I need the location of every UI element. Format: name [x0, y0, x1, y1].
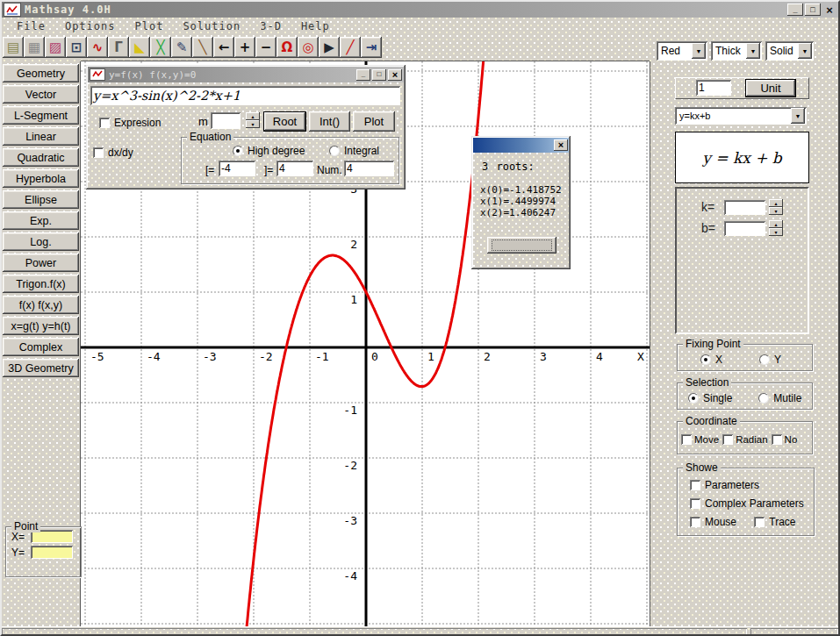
zoom-in-icon[interactable]: + — [234, 37, 255, 58]
spin-up-button[interactable]: ▴ — [246, 112, 260, 120]
integral-radio[interactable] — [329, 146, 340, 156]
upper-bound-input[interactable]: 4 — [276, 161, 313, 176]
function-input[interactable]: y=x^3-sin(x)^2-2*x+1 — [90, 86, 400, 105]
sidebar-item-l-segment[interactable]: L-Segment — [3, 106, 79, 125]
num-input[interactable]: 4 — [344, 161, 394, 176]
maximize-button[interactable]: □ — [372, 69, 386, 81]
high-degree-radio[interactable] — [233, 146, 243, 156]
model-select[interactable]: y=kx+b ▼ — [675, 107, 807, 125]
fixing-point-radio-y[interactable] — [759, 354, 770, 365]
sidebar-item-exp[interactable]: Exp. — [3, 211, 79, 230]
play-icon[interactable]: ▶ — [319, 37, 340, 58]
point-y-input[interactable] — [31, 546, 73, 559]
spin-down-button[interactable]: ▾ — [769, 207, 783, 215]
m-input[interactable] — [211, 112, 241, 129]
sidebar-item-quadratic[interactable]: Quadratic — [3, 148, 79, 167]
spin-down-button[interactable]: ▾ — [769, 228, 783, 236]
sidebar-item-linear[interactable]: Linear — [3, 127, 79, 146]
line-color-select[interactable]: Red ▼ — [657, 41, 707, 61]
back-arrow-icon[interactable]: ← — [213, 37, 234, 58]
dropper-icon[interactable]: ╲ — [192, 37, 213, 58]
minimize-button[interactable]: _ — [356, 69, 370, 81]
dxdy-checkbox[interactable] — [93, 147, 104, 158]
equation-dialog[interactable]: y=f(x) f(x,y)=0 _ □ × y=x^3-sin(x)^2-2*x… — [86, 65, 406, 189]
zoom-out-icon[interactable]: − — [255, 37, 276, 58]
sidebar-item-x-g-t-y-h-t[interactable]: x=g(t) y=h(t) — [3, 317, 79, 335]
sidebar-item-geometry[interactable]: Geometry — [3, 64, 79, 82]
spin-up-button[interactable]: ▴ — [769, 199, 783, 207]
sidebar-item-f-x-f-x-y[interactable]: f(x) f(x,y) — [3, 296, 79, 314]
chevron-down-icon[interactable]: ▼ — [692, 43, 706, 59]
roots-dialog[interactable]: × 3 roots: x(0)=-1.418752x(1)=.4499974x(… — [471, 136, 571, 269]
titlebar[interactable]: Mathsay 4.0H _ □ × — [2, 2, 838, 18]
showe-checkbox-mouse[interactable] — [690, 517, 700, 527]
chevron-down-icon[interactable]: ▼ — [746, 43, 760, 59]
selection-radio-single[interactable] — [688, 393, 699, 404]
set-square-icon[interactable]: ◣ — [129, 37, 150, 58]
close-button[interactable]: × — [554, 139, 568, 151]
showe-checkbox-trace[interactable] — [754, 517, 765, 527]
plot-button[interactable]: Plot — [353, 111, 395, 132]
root-button[interactable]: Root — [263, 111, 306, 132]
param-k-input[interactable] — [724, 200, 765, 215]
print-icon[interactable]: ▤ — [3, 37, 24, 58]
graph-icon[interactable]: ∿ — [87, 37, 108, 58]
expression-checkbox[interactable] — [99, 118, 110, 128]
save-grid-icon[interactable]: ▦ — [24, 37, 45, 58]
minimize-button[interactable]: _ — [787, 4, 803, 16]
pencil-icon[interactable]: ✎ — [171, 37, 192, 58]
close-button[interactable]: × — [822, 4, 836, 16]
roots-dialog-titlebar[interactable]: × — [473, 138, 569, 153]
coordinate-checkbox-no[interactable] — [772, 434, 782, 445]
menu-options[interactable]: Options — [55, 20, 126, 32]
sidebar-item-power[interactable]: Power — [3, 254, 79, 272]
menu-help[interactable]: Help — [291, 20, 340, 32]
lower-bound-input[interactable]: -4 — [219, 161, 255, 176]
integrate-button[interactable]: Int() — [309, 111, 350, 132]
line-style-select[interactable]: Solid ▼ — [765, 41, 814, 61]
spin-down-button[interactable]: ▾ — [246, 120, 260, 128]
chevron-down-icon[interactable]: ▼ — [791, 108, 805, 124]
showe-checkbox-complex-parameters[interactable] — [690, 498, 700, 509]
scatter-star-icon[interactable]: ╳ — [150, 37, 171, 58]
axes-corner-icon[interactable]: Γ — [108, 37, 129, 58]
spin-up-button[interactable]: ▴ — [769, 220, 783, 228]
menu-file[interactable]: File — [7, 20, 55, 32]
exit-icon[interactable]: ⇥ — [361, 37, 382, 58]
maximize-button[interactable]: □ — [805, 4, 821, 16]
menu-solution[interactable]: Solution — [173, 20, 250, 32]
x-tick-label: 0 — [371, 350, 378, 363]
x-tick-label: 2 — [484, 350, 491, 363]
selection-radio-mutile[interactable] — [758, 393, 769, 404]
sidebar-item-3d-geometry[interactable]: 3D Geometry — [3, 359, 79, 377]
unit-button[interactable]: Unit — [745, 79, 796, 97]
sidebar-item-vector[interactable]: Vector — [3, 85, 79, 104]
sidebar-item-hyperbola[interactable]: Hyperbola — [3, 169, 79, 188]
fixing-point-radio-x[interactable] — [700, 354, 711, 365]
sidebar-item-log[interactable]: Log. — [3, 232, 79, 251]
sidebar-item-complex[interactable]: Complex — [3, 338, 79, 356]
sidebar-item-trigon-f-x[interactable]: Trigon.f(x) — [3, 275, 79, 293]
lower-bound-label: [= — [205, 164, 214, 176]
param-b-input[interactable] — [724, 221, 765, 236]
showe-option-complex-parameters: Complex Parameters — [690, 497, 814, 510]
close-button[interactable]: × — [388, 69, 402, 81]
showe-checkbox-parameters[interactable] — [690, 480, 700, 490]
equation-dialog-title: y=f(x) f(x,y)=0 — [109, 69, 196, 81]
menu-plot[interactable]: Plot — [125, 20, 173, 32]
coordinate-checkbox-radian[interactable] — [722, 434, 733, 445]
ok-button[interactable] — [487, 237, 556, 254]
target-icon[interactable]: ◎ — [298, 37, 319, 58]
equation-dialog-titlebar[interactable]: y=f(x) f(x,y)=0 _ □ × — [88, 67, 404, 82]
new-window-icon[interactable]: ⊡ — [66, 37, 87, 58]
sidebar-item-ellipse[interactable]: Ellipse — [3, 190, 79, 209]
magnet-icon[interactable]: Ω — [276, 37, 298, 58]
chart-edit-icon[interactable]: ▨ — [45, 37, 66, 58]
x-tick-label: -2 — [259, 350, 273, 363]
coordinate-checkbox-move[interactable] — [681, 434, 692, 445]
menu-3-d[interactable]: 3-D — [250, 20, 291, 32]
unit-input[interactable]: 1 — [696, 80, 731, 96]
pen-icon[interactable]: ╱ — [340, 37, 361, 58]
chevron-down-icon[interactable]: ▼ — [798, 43, 812, 59]
line-thickness-select[interactable]: Thick ▼ — [711, 41, 762, 61]
